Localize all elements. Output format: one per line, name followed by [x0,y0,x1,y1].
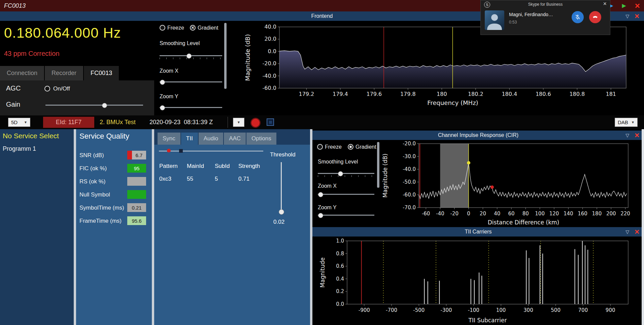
splitter[interactable] [74,129,76,325]
scrollbar[interactable] [377,142,379,188]
mic-muted-icon [575,14,581,20]
gain-label: Gain [6,101,20,108]
svg-text:180.6: 180.6 [536,91,551,97]
cir-zoom-x-slider[interactable] [318,194,374,195]
symboltime-label: SymbolTime (ms) [79,205,124,211]
cir-panel-header: Channel Impulse Response (CIR) ▽ × [312,131,644,140]
tii-marker-square [179,149,183,153]
svg-text:-100: -100 [468,307,479,313]
channel-select[interactable]: 5D ▼ [8,118,30,127]
tab-aac[interactable]: AAC [224,133,246,145]
chevron-down-icon: ▼ [237,120,240,124]
frequency-display: 0.180.064.000 Hz [4,25,121,41]
tab-sync[interactable]: Sync [158,133,180,145]
cell-strength: 0.71 [238,176,249,182]
scrollbar[interactable] [224,23,227,89]
tab-connection[interactable]: Connection [0,66,44,80]
cir-gradient-radio[interactable] [348,144,353,150]
frontend-tuner-panel: 0.180.064.000 Hz 43 ppm Correction Conne… [0,21,154,115]
play-all-icon[interactable]: ▶ [622,3,626,8]
cir-chart: -60-40-20020406080100120140160180200220-… [380,140,644,227]
zoom-y-slider[interactable] [160,107,222,108]
freeze-radio[interactable] [160,25,165,31]
service-list-header: No Service Select [3,132,73,140]
tab-tii[interactable]: TII [181,133,198,145]
svg-text:-40: -40 [436,211,444,217]
skype-contact-name: Magni, Ferdinando… [509,12,553,17]
cir-gradient-label: Gradient [355,144,376,150]
channel-value: 5D [11,119,18,125]
splitter[interactable] [310,129,312,325]
svg-text:-20.0: -20.0 [403,141,416,147]
snr-label: SNR (dB) [79,152,104,159]
svg-text:Magnitude (dB): Magnitude (dB) [244,34,251,81]
svg-text:500: 500 [551,307,561,313]
close-panel-icon[interactable]: × [635,227,639,237]
close-icon[interactable]: × [635,2,640,9]
col-mainid: MainId [187,163,204,170]
tab-recorder[interactable]: Recorder [45,66,83,80]
agc-onoff-label: On/Off [53,85,70,92]
tab-audio[interactable]: Audio [199,133,223,145]
tab-options[interactable]: Options [246,133,276,145]
agc-label: AGC [6,84,21,92]
svg-text:220: 220 [620,211,630,217]
svg-text:20.0: 20.0 [264,36,276,42]
agc-onoff-radio[interactable] [44,86,50,92]
tii-carriers-panel-header: TII Carriers ▽ × [312,227,644,237]
close-panel-icon[interactable]: × [635,131,639,140]
spectrum-controls: Freeze Gradient Smoothing Level Zoom X Z… [157,21,224,115]
splitter[interactable] [152,129,154,325]
svg-text:-50.0: -50.0 [403,179,416,185]
toolbar-divider [228,117,228,128]
snr-level-bar [127,151,132,159]
svg-text:180: 180 [437,91,447,97]
svg-text:-700: -700 [386,307,397,313]
collapse-panel-icon[interactable]: ▽ [625,229,629,234]
collapse-panel-icon[interactable]: ▽ [625,13,629,19]
fc0013-tab-content: AGC On/Off Gain [0,80,154,115]
close-panel-icon[interactable]: × [635,11,639,21]
service-quality-title: Service Quality [79,132,129,141]
svg-text:300: 300 [523,307,533,313]
svg-text:Frequency (MHz): Frequency (MHz) [427,99,478,106]
record-options-dropdown[interactable]: ▼ [233,118,244,127]
cir-zoom-y-slider[interactable] [318,215,374,216]
cir-freeze-radio[interactable] [317,144,323,150]
collapse-panel-icon[interactable]: ▽ [625,133,629,138]
col-subid: SubId [215,163,230,170]
cir-smoothing-label: Smoothing Level [318,159,358,165]
threshold-slider-thumb[interactable] [279,209,284,215]
svg-text:100: 100 [535,211,545,217]
svg-text:0.4: 0.4 [336,276,344,282]
scrollbar[interactable] [642,129,644,325]
skype-call-timer: 0:53 [509,20,517,25]
smoothing-slider[interactable] [160,55,222,56]
hangup-button[interactable] [589,11,601,23]
ensemble-toolbar: 5D ▼ EId: 11F7 2. BMUx Test 2020-09-23 0… [0,115,644,129]
svg-text:40: 40 [494,211,500,217]
mute-button[interactable] [572,11,584,23]
ppm-correction-label: 43 ppm Correction [4,50,60,58]
threshold-slider[interactable] [281,162,282,211]
cir-smoothing-slider[interactable] [318,173,374,174]
timestamp: 2020-09-23 08:31:39 Z [149,119,213,126]
stop-icon [269,121,272,124]
gradient-radio[interactable] [190,25,196,31]
skype-close-icon[interactable]: × [603,0,607,7]
zoom-x-slider[interactable] [160,81,222,82]
svg-text:900: 900 [606,307,615,313]
svg-text:80: 80 [522,211,529,217]
svg-text:200: 200 [606,211,616,217]
svg-text:-60.0: -60.0 [403,192,416,198]
smoothing-label: Smoothing Level [160,40,200,46]
gain-slider[interactable] [45,105,143,106]
record-button[interactable] [250,118,261,128]
svg-text:Distance Difference (km): Distance Difference (km) [488,219,559,226]
service-list-item[interactable]: Programm 1 [3,145,36,152]
tab-fc0013[interactable]: FC0013 [84,66,119,80]
svg-text:100: 100 [496,307,506,313]
null-symbol-label: Null Symbol [79,191,110,198]
mode-select[interactable]: DAB ▼ [615,118,638,127]
stop-button[interactable] [267,118,274,126]
